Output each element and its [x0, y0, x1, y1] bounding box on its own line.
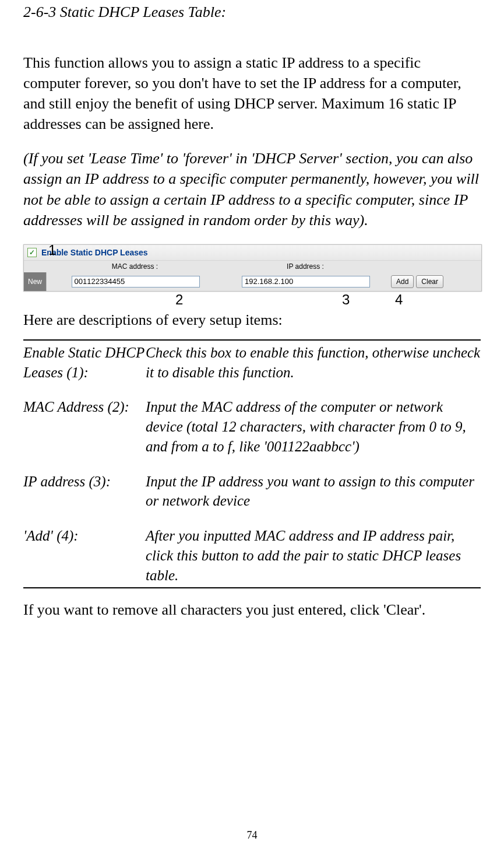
column-header-row: MAC address : IP address :: [24, 261, 481, 272]
desc-label-ip: IP address (3):: [23, 472, 146, 527]
paragraph-note: (If you set 'Lease Time' to 'forever' in…: [23, 148, 481, 230]
table-row: MAC Address (2): Input the MAC address o…: [23, 397, 481, 471]
add-button[interactable]: Add: [391, 275, 414, 288]
callout-4: 4: [395, 292, 403, 308]
callout-3: 3: [342, 292, 350, 308]
clear-button[interactable]: Clear: [416, 275, 443, 288]
button-cell: Add Clear: [387, 275, 481, 288]
description-intro: Here are descriptions of every setup ite…: [23, 311, 481, 329]
callout-1: 1: [48, 242, 56, 258]
ip-address-input[interactable]: [242, 276, 370, 287]
desc-text-ip: Input the IP address you want to assign …: [146, 472, 481, 527]
table-row: Enable Static DHCP Leases (1): Check thi…: [23, 343, 481, 398]
section-title: 2-6-3 Static DHCP Leases Table:: [23, 3, 481, 21]
page-number: 74: [0, 829, 504, 842]
enable-checkbox[interactable]: ✓: [27, 248, 37, 257]
mac-address-input[interactable]: [72, 276, 200, 287]
mac-column-header: MAC address :: [46, 262, 224, 271]
desc-label-enable: Enable Static DHCP Leases (1):: [23, 343, 146, 398]
paragraph-footer: If you want to remove all characters you…: [23, 601, 481, 619]
desc-label-add: 'Add' (4):: [23, 526, 146, 587]
new-row-label: New: [24, 272, 47, 291]
ip-cell: [224, 276, 387, 287]
description-table: Enable Static DHCP Leases (1): Check thi…: [23, 343, 481, 588]
desc-label-mac: MAC Address (2):: [23, 397, 146, 471]
enable-row: ✓ Enable Static DHCP Leases: [24, 245, 481, 261]
paragraph-intro: This function allows you to assign a sta…: [23, 52, 481, 134]
desc-text-add: After you inputted MAC address and IP ad…: [146, 526, 481, 587]
desc-text-mac: Input the MAC address of the computer or…: [146, 397, 481, 471]
table-row: 'Add' (4): After you inputted MAC addres…: [23, 526, 481, 587]
enable-label: Enable Static DHCP Leases: [41, 248, 148, 257]
divider-bottom: [23, 587, 481, 588]
table-row: IP address (3): Input the IP address you…: [23, 472, 481, 527]
ip-column-header: IP address :: [224, 262, 387, 271]
document-page: 2-6-3 Static DHCP Leases Table: This fun…: [0, 3, 504, 845]
divider-top: [23, 339, 481, 341]
entry-row: New Add Clear: [24, 272, 481, 291]
callout-2: 2: [175, 292, 183, 308]
screenshot-container: 1 ✓ Enable Static DHCP Leases MAC addres…: [23, 244, 481, 292]
mac-cell: [47, 276, 224, 287]
desc-text-enable: Check this box to enable this function, …: [146, 343, 481, 398]
dhcp-lease-ui: ✓ Enable Static DHCP Leases MAC address …: [23, 244, 482, 292]
